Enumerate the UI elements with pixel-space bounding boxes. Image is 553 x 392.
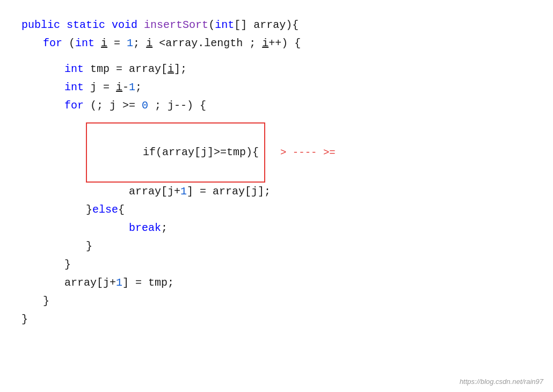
var-i3: i — [262, 34, 268, 53]
keyword-int-4: int — [64, 78, 84, 97]
paren-close: ){ — [286, 16, 299, 34]
lt: < — [152, 34, 165, 53]
code-line-12: array[j+1] = tmp; — [21, 274, 532, 292]
var-i: i — [101, 34, 107, 53]
param-array: array — [253, 16, 286, 34]
code-line-3: int tmp = array[i]; — [21, 60, 532, 78]
sp3 — [84, 60, 90, 78]
array-j1: array[j+ — [129, 183, 180, 201]
eq7b: = — [193, 183, 213, 201]
eq12: ] — [122, 274, 129, 292]
num-1d: 1 — [116, 274, 122, 292]
semi1: ; — [133, 34, 146, 53]
space-paren: ( — [62, 34, 75, 53]
keyword-int-2: int — [75, 34, 94, 53]
space — [105, 16, 112, 34]
num-1c: 1 — [180, 183, 187, 201]
code-line-7: array[j+1] = array[j]; — [21, 183, 532, 201]
num-1b: 1 — [129, 78, 135, 97]
array-i: array[ — [129, 60, 168, 78]
code-line-9: break; — [21, 219, 532, 237]
code-block: public static void insertSort(int[] arra… — [21, 16, 532, 329]
minus1: - — [122, 78, 129, 97]
eq12b: = — [129, 274, 148, 292]
semi2: ; — [243, 34, 262, 53]
empty-line-1 — [21, 53, 532, 60]
code-line-4: int j = i-1; — [21, 78, 532, 97]
var-i5: i — [116, 78, 122, 97]
code-line-1: public static void insertSort(int[] arra… — [21, 16, 532, 34]
open-brace8: { — [118, 201, 125, 219]
keyword-static: static — [67, 16, 105, 34]
method-name: insertSort — [144, 16, 208, 34]
code-line-8: }else{ — [21, 201, 532, 219]
var-i4: i — [168, 60, 174, 78]
watermark: https://blog.csdn.net/rain97 — [460, 378, 543, 386]
num-1: 1 — [127, 34, 133, 53]
semi4: ; — [135, 78, 142, 97]
code-line-10: } — [21, 237, 532, 256]
highlighted-if: if(array[j]>=tmp){ — [86, 122, 265, 183]
code-line-5: for (; j >= 0 ; j--) { — [21, 97, 532, 115]
num-0: 0 — [142, 97, 148, 115]
var-i2: i — [146, 34, 152, 53]
var-tmp: tmp — [90, 60, 110, 78]
eq7: ] — [187, 183, 193, 201]
semi9: ; — [161, 219, 168, 237]
keyword-for2: for — [64, 97, 84, 115]
keyword-void: void — [112, 16, 137, 34]
incr: ++) { — [268, 34, 301, 53]
if-stmt: if(array[j]>=tmp){ — [143, 146, 259, 158]
bracket-close: ]; — [174, 60, 187, 78]
eq4: = — [97, 78, 116, 97]
code-line-14: } — [21, 310, 532, 329]
keyword-int-3: int — [64, 60, 84, 78]
space — [60, 16, 67, 34]
space — [137, 16, 144, 34]
array-j1b: array[j+ — [64, 274, 116, 292]
empty-line-2 — [21, 115, 532, 122]
array-j2: array[j]; — [213, 183, 271, 201]
code-container: public static void insertSort(int[] arra… — [0, 0, 553, 392]
close-brace8: } — [86, 201, 92, 219]
close-brace14: } — [21, 310, 28, 329]
var-tmp12: tmp; — [148, 274, 174, 292]
code-line-11: } — [21, 256, 532, 274]
paren-open: ( — [208, 16, 215, 34]
code-line-2: for (int i = 1; i <array.length ; i++) { — [21, 34, 532, 53]
keyword-break: break — [129, 219, 161, 237]
array-length: array.length — [165, 34, 243, 53]
close-brace13: } — [43, 292, 49, 310]
close-brace11: } — [64, 256, 71, 274]
for2-paren: (; j >= — [84, 97, 142, 115]
bracket: [] — [234, 16, 247, 34]
eq3: = — [110, 60, 129, 78]
for2-rest: ; j--) { — [148, 97, 206, 115]
code-line-13: } — [21, 292, 532, 310]
code-line-6: if(array[j]>=tmp){ > ---- >= — [21, 122, 532, 183]
eq: = — [107, 34, 127, 53]
space — [247, 16, 253, 34]
var-j: j — [90, 78, 97, 97]
keyword-for: for — [43, 34, 62, 53]
sp4 — [84, 78, 90, 97]
keyword-else: else — [92, 201, 118, 219]
space2 — [94, 34, 101, 53]
keyword-public: public — [21, 16, 60, 34]
annotation: > ---- >= — [280, 144, 336, 161]
close-brace10: } — [86, 237, 92, 256]
keyword-int: int — [215, 16, 234, 34]
